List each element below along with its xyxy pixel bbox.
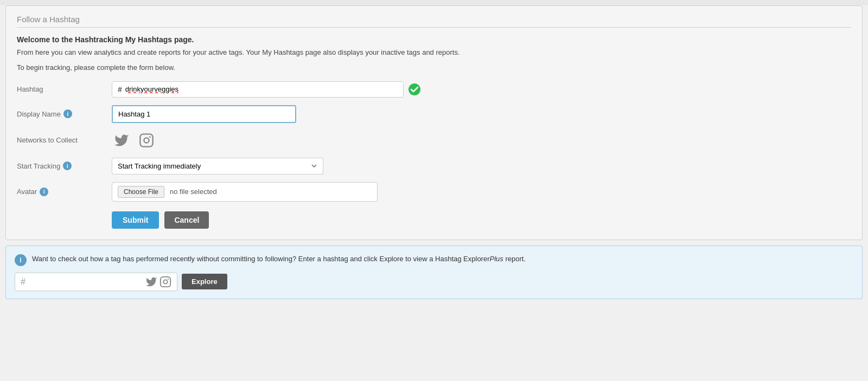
- explore-row: # Explore: [15, 273, 853, 291]
- start-tracking-info-icon[interactable]: i: [63, 162, 72, 170]
- page-container: Follow a Hashtag Welcome to the Hashtrac…: [0, 5, 868, 381]
- display-name-row: Display Name i: [17, 105, 851, 123]
- explore-input-wrapper: #: [15, 273, 177, 291]
- choose-file-button[interactable]: Choose File: [118, 186, 164, 198]
- hashtag-input-wrapper: #: [112, 81, 421, 98]
- display-name-input[interactable]: [112, 105, 296, 123]
- no-file-text: no file selected: [170, 188, 217, 196]
- svg-point-6: [168, 278, 169, 279]
- svg-point-2: [144, 138, 149, 143]
- info-text-italic: Plus: [490, 255, 503, 263]
- svg-point-5: [163, 280, 167, 283]
- explore-instagram-icon: [159, 276, 171, 288]
- section-title: Follow a Hashtag: [17, 15, 851, 28]
- form-buttons: Submit Cancel: [112, 211, 851, 229]
- hashtag-label: Hashtag: [17, 85, 112, 93]
- svg-rect-4: [161, 276, 170, 286]
- info-box-icon: i: [15, 254, 27, 266]
- avatar-info-icon[interactable]: i: [40, 188, 48, 196]
- valid-check-icon: [408, 83, 421, 96]
- display-name-info-icon[interactable]: i: [63, 109, 72, 118]
- info-box-top: i Want to check out how a tag has perfor…: [15, 254, 853, 266]
- info-text-after: report.: [503, 255, 526, 263]
- avatar-label: Avatar i: [17, 188, 112, 196]
- explore-hashtag-input[interactable]: [30, 277, 141, 286]
- avatar-file-input-wrapper: Choose File no file selected: [112, 182, 378, 202]
- welcome-text: From here you can view analytics and cre…: [17, 47, 851, 58]
- networks-container: [112, 131, 156, 150]
- info-box: i Want to check out how a tag has perfor…: [5, 246, 863, 299]
- avatar-row: Avatar i Choose File no file selected: [17, 182, 851, 202]
- start-tracking-row: Start Tracking i Start Tracking immediat…: [17, 158, 851, 175]
- info-box-text: Want to check out how a tag has performe…: [32, 254, 526, 264]
- submit-button[interactable]: Submit: [112, 211, 159, 229]
- twitter-network-icon[interactable]: [112, 131, 131, 150]
- networks-label: Networks to Collect: [17, 136, 112, 144]
- networks-row: Networks to Collect: [17, 131, 851, 150]
- start-tracking-label: Start Tracking i: [17, 162, 112, 170]
- explore-network-icons: [145, 276, 171, 288]
- explore-twitter-icon: [145, 276, 157, 288]
- hashtag-row: Hashtag #: [17, 81, 851, 98]
- welcome-bold: Welcome to the Hashtracking My Hashtags …: [17, 35, 851, 44]
- explore-hash-symbol: #: [21, 277, 25, 287]
- hashtag-symbol: #: [112, 82, 125, 97]
- svg-point-0: [409, 83, 420, 95]
- cancel-button[interactable]: Cancel: [164, 211, 209, 229]
- begin-text: To begin tracking, please complete the f…: [17, 63, 851, 72]
- info-text-before: Want to check out how a tag has performe…: [32, 255, 490, 263]
- instagram-network-icon[interactable]: [137, 131, 156, 150]
- svg-point-3: [149, 136, 151, 138]
- start-tracking-select[interactable]: Start Tracking immediately Schedule Trac…: [112, 158, 323, 175]
- svg-rect-1: [140, 134, 152, 146]
- explore-button[interactable]: Explore: [182, 274, 227, 289]
- follow-hashtag-section: Follow a Hashtag Welcome to the Hashtrac…: [5, 5, 863, 240]
- hashtag-input[interactable]: [125, 82, 403, 96]
- display-name-label: Display Name i: [17, 109, 112, 118]
- hashtag-input-inner: #: [112, 81, 404, 98]
